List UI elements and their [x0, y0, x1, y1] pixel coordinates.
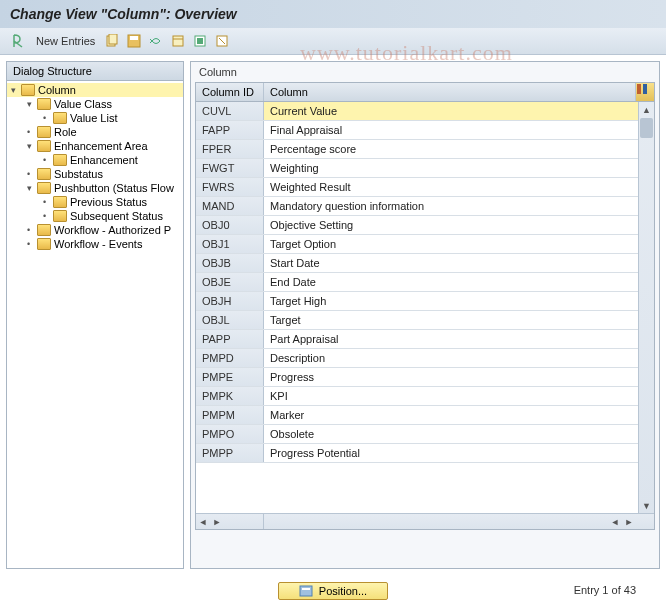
table-row[interactable]: FWGTWeighting: [196, 159, 638, 178]
tree-item[interactable]: •Substatus: [7, 167, 183, 181]
table-row[interactable]: PMPPProgress Potential: [196, 444, 638, 463]
tree-toggle-icon[interactable]: •: [43, 197, 53, 207]
table-row[interactable]: PMPKKPI: [196, 387, 638, 406]
tree-toggle-icon[interactable]: •: [43, 155, 53, 165]
table-row[interactable]: MANDMandatory question information: [196, 197, 638, 216]
vertical-scrollbar[interactable]: ▲ ▼: [638, 102, 654, 513]
tree-toggle-icon[interactable]: ▾: [27, 183, 37, 193]
cell-column[interactable]: Weighting: [264, 159, 638, 177]
scroll-down-icon[interactable]: ▼: [639, 498, 654, 513]
table-row[interactable]: FWRSWeighted Result: [196, 178, 638, 197]
cell-column[interactable]: Current Value: [264, 102, 638, 120]
cell-column[interactable]: Percentage score: [264, 140, 638, 158]
cell-column-id[interactable]: PMPM: [196, 406, 264, 424]
position-button[interactable]: Position...: [278, 582, 388, 600]
cell-column[interactable]: End Date: [264, 273, 638, 291]
cell-column-id[interactable]: PMPP: [196, 444, 264, 462]
tree-toggle-icon[interactable]: •: [27, 225, 37, 235]
table-row[interactable]: PMPDDescription: [196, 349, 638, 368]
tree-toggle-icon[interactable]: •: [43, 211, 53, 221]
tree-toggle-icon[interactable]: ▾: [11, 85, 21, 95]
table-row[interactable]: OBJ1Target Option: [196, 235, 638, 254]
tree-item[interactable]: •Previous Status: [7, 195, 183, 209]
cell-column[interactable]: Marker: [264, 406, 638, 424]
cell-column[interactable]: Mandatory question information: [264, 197, 638, 215]
cell-column[interactable]: Target Option: [264, 235, 638, 253]
tree-toggle-icon[interactable]: •: [43, 113, 53, 123]
cell-column[interactable]: Obsolete: [264, 425, 638, 443]
cell-column-id[interactable]: PMPD: [196, 349, 264, 367]
scroll-right-icon[interactable]: ►: [210, 514, 224, 529]
cell-column-id[interactable]: FWGT: [196, 159, 264, 177]
table-row[interactable]: PMPOObsolete: [196, 425, 638, 444]
table-row[interactable]: OBJBStart Date: [196, 254, 638, 273]
undo-icon[interactable]: [147, 32, 165, 50]
table-row[interactable]: PMPEProgress: [196, 368, 638, 387]
cell-column-id[interactable]: OBJH: [196, 292, 264, 310]
cell-column-id[interactable]: PMPO: [196, 425, 264, 443]
cell-column-id[interactable]: PMPK: [196, 387, 264, 405]
cell-column[interactable]: Target High: [264, 292, 638, 310]
cell-column[interactable]: Progress: [264, 368, 638, 386]
table-row[interactable]: OBJ0Objective Setting: [196, 216, 638, 235]
delete-icon[interactable]: [169, 32, 187, 50]
table-row[interactable]: CUVLCurrent Value: [196, 102, 638, 121]
cell-column-id[interactable]: OBJ0: [196, 216, 264, 234]
cell-column-id[interactable]: FWRS: [196, 178, 264, 196]
scroll-left2-icon[interactable]: ◄: [608, 514, 622, 529]
cell-column-id[interactable]: OBJE: [196, 273, 264, 291]
tree-item[interactable]: •Subsequent Status: [7, 209, 183, 223]
tree-toggle-icon[interactable]: ▾: [27, 141, 37, 151]
table-row[interactable]: FAPPFinal Appraisal: [196, 121, 638, 140]
scroll-right2-icon[interactable]: ►: [622, 514, 636, 529]
cell-column[interactable]: Part Appraisal: [264, 330, 638, 348]
scroll-left-icon[interactable]: ◄: [196, 514, 210, 529]
cell-column[interactable]: Target: [264, 311, 638, 329]
deselect-all-icon[interactable]: [213, 32, 231, 50]
cell-column[interactable]: Start Date: [264, 254, 638, 272]
table-row[interactable]: PMPMMarker: [196, 406, 638, 425]
tree-item[interactable]: •Enhancement: [7, 153, 183, 167]
table-row[interactable]: OBJHTarget High: [196, 292, 638, 311]
new-entries-button[interactable]: New Entries: [32, 35, 99, 47]
cell-column[interactable]: KPI: [264, 387, 638, 405]
cell-column[interactable]: Objective Setting: [264, 216, 638, 234]
cell-column-id[interactable]: PAPP: [196, 330, 264, 348]
cell-column[interactable]: Final Appraisal: [264, 121, 638, 139]
tree-item[interactable]: ▾Value Class: [7, 97, 183, 111]
cell-column-id[interactable]: OBJ1: [196, 235, 264, 253]
scroll-up-icon[interactable]: ▲: [639, 102, 654, 117]
cell-column[interactable]: Description: [264, 349, 638, 367]
cell-column-id[interactable]: OBJB: [196, 254, 264, 272]
tree-item[interactable]: •Workflow - Events: [7, 237, 183, 251]
tree-item[interactable]: •Workflow - Authorized P: [7, 223, 183, 237]
table-config-icon[interactable]: [636, 83, 654, 101]
tree-item[interactable]: •Role: [7, 125, 183, 139]
tree-toggle-icon[interactable]: ▾: [27, 99, 37, 109]
table-row[interactable]: PAPPPart Appraisal: [196, 330, 638, 349]
cell-column-id[interactable]: PMPE: [196, 368, 264, 386]
cell-column-id[interactable]: OBJL: [196, 311, 264, 329]
tree-toggle-icon[interactable]: •: [27, 239, 37, 249]
select-all-icon[interactable]: [191, 32, 209, 50]
cell-column-id[interactable]: CUVL: [196, 102, 264, 120]
horizontal-scrollbar[interactable]: ◄ ► ◄ ►: [196, 513, 654, 529]
cell-column-id[interactable]: FPER: [196, 140, 264, 158]
save-icon[interactable]: [125, 32, 143, 50]
cell-column[interactable]: Progress Potential: [264, 444, 638, 462]
copy-icon[interactable]: [103, 32, 121, 50]
tree-toggle-icon[interactable]: •: [27, 169, 37, 179]
column-header[interactable]: Column: [264, 83, 636, 101]
cell-column-id[interactable]: MAND: [196, 197, 264, 215]
table-row[interactable]: OBJEEnd Date: [196, 273, 638, 292]
column-id-header[interactable]: Column ID: [196, 83, 264, 101]
cell-column[interactable]: Weighted Result: [264, 178, 638, 196]
tree-item[interactable]: •Value List: [7, 111, 183, 125]
tree-toggle-icon[interactable]: •: [27, 127, 37, 137]
tree-item[interactable]: ▾Pushbutton (Status Flow: [7, 181, 183, 195]
tree-item[interactable]: ▾Enhancement Area: [7, 139, 183, 153]
table-row[interactable]: OBJLTarget: [196, 311, 638, 330]
cell-column-id[interactable]: FAPP: [196, 121, 264, 139]
table-row[interactable]: FPERPercentage score: [196, 140, 638, 159]
toggle-icon[interactable]: [10, 32, 28, 50]
